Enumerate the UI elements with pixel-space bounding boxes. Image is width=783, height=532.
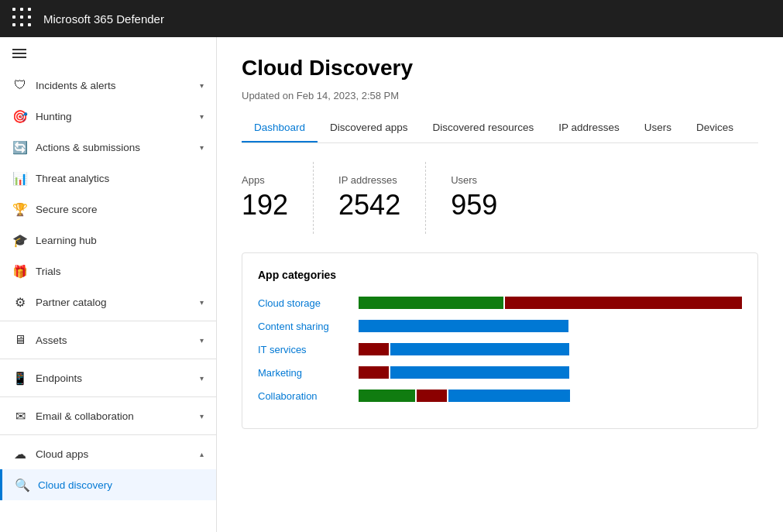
bar-empty-it-services — [571, 343, 742, 355]
category-bar-collaboration — [359, 390, 742, 402]
category-row-it-services: IT services — [258, 343, 742, 355]
sidebar-label-hunting: Hunting — [36, 111, 197, 122]
actions-icon: 🔄 — [12, 139, 28, 155]
bar-blue-collaboration — [448, 390, 569, 402]
updated-text: Updated on Feb 14, 2023, 2:58 PM — [242, 90, 758, 101]
category-bar-content-sharing — [359, 320, 742, 332]
bar-empty-content-sharing — [570, 320, 742, 332]
sidebar-label-endpoints: Endpoints — [36, 372, 197, 384]
sidebar-label-assets: Assets — [36, 335, 197, 346]
chevron-incidents: ▾ — [200, 81, 204, 90]
chevron-endpoints: ▾ — [200, 374, 204, 383]
sidebar-item-endpoints[interactable]: 📱 Endpoints ▾ — [0, 362, 216, 393]
sidebar-label-secure: Secure score — [36, 204, 204, 215]
sidebar-label-threat: Threat analytics — [36, 173, 204, 184]
tab-discovered-apps[interactable]: Discovered apps — [318, 114, 421, 142]
tab-devices[interactable]: Devices — [684, 114, 746, 142]
tab-ip-addresses[interactable]: IP addresses — [546, 114, 632, 142]
stat-ip-value: 2542 — [338, 189, 400, 221]
stat-apps-label: Apps — [242, 174, 288, 186]
nav-divider-2 — [0, 359, 216, 359]
layout: 🛡 Incidents & alerts ▾ 🎯 Hunting ▾ 🔄 Act… — [0, 37, 783, 532]
sidebar: 🛡 Incidents & alerts ▾ 🎯 Hunting ▾ 🔄 Act… — [0, 37, 217, 532]
sidebar-item-threat[interactable]: 📊 Threat analytics — [0, 163, 216, 194]
sidebar-item-learning[interactable]: 🎓 Learning hub — [0, 225, 216, 256]
bar-empty-collaboration — [572, 390, 742, 402]
category-row-cloud-storage: Cloud storage — [258, 297, 742, 309]
tab-users[interactable]: Users — [632, 114, 684, 142]
tabs-bar: Dashboard Discovered apps Discovered res… — [242, 114, 758, 143]
sidebar-label-incidents: Incidents & alerts — [36, 80, 197, 91]
hunting-icon: 🎯 — [12, 108, 28, 124]
hamburger-button[interactable] — [0, 37, 216, 70]
categories-title: App categories — [258, 269, 742, 281]
bar-red-marketing — [359, 366, 389, 379]
sidebar-item-actions[interactable]: 🔄 Actions & submissions ▾ — [0, 132, 216, 163]
sidebar-label-actions: Actions & submissions — [36, 142, 197, 153]
sidebar-item-incidents[interactable]: 🛡 Incidents & alerts ▾ — [0, 70, 216, 101]
main-content: Cloud Discovery Updated on Feb 14, 2023,… — [217, 37, 783, 532]
app-title: Microsoft 365 Defender — [43, 12, 164, 26]
sidebar-label-trials: Trials — [36, 266, 204, 277]
clouddiscovery-icon: 🔍 — [15, 477, 30, 493]
bar-green-cloud-storage — [359, 297, 503, 309]
nav-divider-4 — [0, 434, 216, 435]
category-row-content-sharing: Content sharing — [258, 320, 742, 332]
endpoints-icon: 📱 — [12, 370, 28, 386]
chevron-partner: ▾ — [200, 298, 204, 307]
chevron-hunting: ▾ — [200, 112, 204, 121]
chevron-email: ▾ — [200, 412, 204, 420]
category-name-marketing[interactable]: Marketing — [258, 367, 359, 379]
bar-blue-marketing — [390, 366, 569, 379]
stat-users: Users 959 — [451, 162, 522, 234]
stat-users-label: Users — [451, 174, 497, 186]
category-bar-it-services — [359, 343, 742, 355]
sidebar-item-cloudapps[interactable]: ☁ Cloud apps ▴ — [0, 438, 216, 469]
categories-card: App categories Cloud storage Content sha… — [242, 252, 758, 429]
topbar: Microsoft 365 Defender — [0, 0, 783, 37]
category-name-collaboration[interactable]: Collaboration — [258, 390, 359, 402]
sidebar-item-hunting[interactable]: 🎯 Hunting ▾ — [0, 101, 216, 132]
threat-icon: 📊 — [12, 170, 28, 186]
sidebar-label-cloudapps: Cloud apps — [36, 448, 197, 460]
category-row-collaboration: Collaboration — [258, 390, 742, 402]
sidebar-item-trials[interactable]: 🎁 Trials — [0, 256, 216, 287]
partner-icon: ⚙ — [12, 294, 28, 310]
sidebar-label-learning: Learning hub — [36, 235, 204, 246]
bar-green-collaboration — [359, 390, 415, 402]
bar-red-cloud-storage — [505, 297, 742, 309]
sidebar-item-email[interactable]: ✉ Email & collaboration ▾ — [0, 400, 216, 431]
sidebar-label-partner: Partner catalog — [36, 297, 197, 308]
sidebar-item-secure[interactable]: 🏆 Secure score — [0, 194, 216, 225]
incidents-icon: 🛡 — [12, 77, 28, 93]
stat-ip: IP addresses 2542 — [338, 162, 426, 234]
category-name-it-services[interactable]: IT services — [258, 344, 359, 355]
stat-apps-value: 192 — [242, 189, 288, 221]
category-bar-marketing — [359, 366, 742, 379]
tab-dashboard[interactable]: Dashboard — [242, 114, 318, 142]
sidebar-label-clouddiscovery: Cloud discovery — [38, 479, 204, 491]
category-name-cloud-storage[interactable]: Cloud storage — [258, 297, 359, 309]
chevron-assets: ▾ — [200, 336, 204, 345]
bar-blue-it-services — [390, 343, 569, 355]
sidebar-item-partner[interactable]: ⚙ Partner catalog ▾ — [0, 287, 216, 317]
category-name-content-sharing[interactable]: Content sharing — [258, 321, 359, 332]
email-icon: ✉ — [12, 408, 28, 424]
bar-red-it-services — [359, 343, 389, 355]
nav-divider-1 — [0, 321, 216, 321]
apps-grid-icon[interactable] — [12, 8, 34, 29]
bar-blue-content-sharing — [359, 320, 568, 332]
tab-discovered-resources[interactable]: Discovered resources — [421, 114, 547, 142]
sidebar-item-assets[interactable]: 🖥 Assets ▾ — [0, 324, 216, 355]
cloudapps-icon: ☁ — [12, 446, 28, 462]
secure-icon: 🏆 — [12, 201, 28, 217]
stat-ip-label: IP addresses — [338, 174, 400, 186]
category-bar-cloud-storage — [359, 297, 742, 309]
trials-icon: 🎁 — [12, 263, 28, 279]
stat-users-value: 959 — [451, 189, 497, 221]
sidebar-item-clouddiscovery[interactable]: 🔍 Cloud discovery — [0, 469, 216, 500]
category-row-marketing: Marketing — [258, 366, 742, 379]
assets-icon: 🖥 — [12, 332, 28, 348]
page-title: Cloud Discovery — [242, 56, 758, 81]
sidebar-label-email: Email & collaboration — [36, 410, 197, 422]
